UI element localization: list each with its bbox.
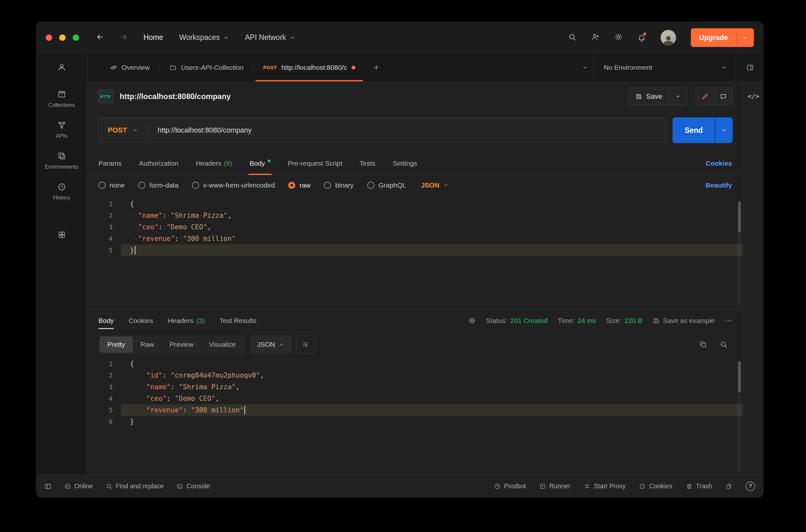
mode-none[interactable]: none — [98, 182, 125, 189]
mode-x-www-form-urlencoded[interactable]: x-www-form-urlencoded — [192, 182, 275, 189]
close-button[interactable] — [46, 34, 52, 41]
request-url-input[interactable]: http://localhost:8080/company — [148, 126, 667, 134]
code-line-3[interactable]: 3 "name": "Shrima Pizza", — [88, 381, 743, 393]
sidebar-item-environments[interactable]: Environments — [45, 152, 78, 170]
send-button[interactable]: Send — [673, 117, 715, 143]
sidebar-item-apis[interactable]: APIs — [56, 121, 68, 139]
view-pretty[interactable]: Pretty — [100, 337, 133, 353]
workspace-user-icon[interactable] — [57, 63, 66, 73]
tab-authorization[interactable]: Authorization — [139, 152, 178, 175]
view-raw[interactable]: Raw — [133, 337, 162, 353]
nav-workspaces[interactable]: Workspaces — [179, 33, 229, 42]
code-text: "id": "cnrmg84o47mu2phuoqv0", — [121, 369, 743, 381]
view-visualize[interactable]: Visualize — [202, 337, 244, 353]
find-and-replace-button[interactable]: Find and replace — [106, 482, 164, 490]
cookies-link[interactable]: Cookies — [706, 159, 732, 167]
nav-api-network[interactable]: API Network — [245, 33, 295, 42]
runner-button[interactable]: Runner — [539, 482, 571, 490]
request-body-editor[interactable]: 1{2··"name":·"Shrima·Pizza",3··"ceo":·"D… — [88, 198, 743, 309]
save-button[interactable]: Save — [629, 88, 669, 105]
upgrade-button[interactable]: Upgrade — [691, 28, 754, 47]
tab-collection[interactable]: Users-API-Collection — [160, 54, 253, 81]
minimize-button[interactable] — [59, 34, 65, 41]
configure-sidebar-icon[interactable] — [58, 231, 66, 240]
tab-headers[interactable]: Headers (9) — [196, 152, 232, 175]
invite-user-icon[interactable] — [591, 33, 599, 42]
code-line-5[interactable]: 5} — [88, 244, 743, 256]
line-number: 3 — [88, 224, 121, 231]
toggle-sidebar-icon[interactable] — [44, 483, 52, 490]
nav-home[interactable]: Home — [143, 33, 163, 42]
postbot-button[interactable]: Postbot — [494, 482, 526, 490]
mode-binary[interactable]: binary — [324, 182, 353, 189]
save-as-example-button[interactable]: Save as example — [653, 317, 715, 325]
response-body-editor[interactable]: 1{2 "id": "cnrmg84o47mu2phuoqv0",3 "name… — [88, 358, 743, 474]
start-proxy-button[interactable]: Start Proxy — [584, 482, 626, 490]
environment-quick-look-icon[interactable] — [736, 54, 764, 81]
code-line-2[interactable]: 2··"name":·"Shrima·Pizza", — [88, 210, 743, 221]
console-button[interactable]: Console — [177, 482, 210, 490]
request-editor-scrollbar[interactable] — [737, 201, 741, 306]
radio-icon — [324, 182, 331, 189]
search-response-icon[interactable] — [720, 341, 728, 348]
code-line-4[interactable]: 4 "ceo": "Demo CEO", — [88, 393, 743, 404]
code-line-1[interactable]: 1{ — [88, 198, 743, 210]
tab-request-active[interactable]: POST http://localhost:8080/c — [253, 54, 365, 81]
globe-icon[interactable] — [468, 317, 476, 324]
response-tab-body[interactable]: Body — [98, 309, 114, 332]
response-editor-scrollbar[interactable] — [737, 361, 741, 472]
upgrade-chevron[interactable] — [736, 28, 754, 47]
back-arrow-icon[interactable] — [96, 33, 104, 42]
save-options-chevron[interactable] — [669, 88, 687, 105]
environment-selector[interactable]: No Environment — [594, 54, 736, 81]
zoom-button[interactable] — [73, 34, 79, 41]
cookies-label: Cookies — [649, 482, 672, 490]
tab-tests[interactable]: Tests — [360, 152, 375, 175]
response-tab-headers[interactable]: Headers (3) — [168, 309, 205, 332]
forward-arrow-icon[interactable] — [120, 33, 128, 42]
code-line-3[interactable]: 3··"ceo":·"Demo·CEO", — [88, 221, 743, 233]
response-format-dropdown[interactable]: JSON — [250, 335, 291, 354]
scrollbar-thumb[interactable] — [738, 362, 741, 393]
online-status[interactable]: Online — [64, 482, 93, 490]
tab-pre-request-script[interactable]: Pre-request Script — [288, 152, 342, 175]
scrollbar-thumb[interactable] — [738, 202, 741, 232]
code-line-6[interactable]: 6} — [88, 416, 743, 428]
comment-icon[interactable] — [714, 88, 732, 105]
body-format-dropdown[interactable]: JSON — [421, 182, 448, 189]
more-options-icon[interactable] — [725, 317, 732, 324]
mode-graphql[interactable]: GraphQL — [367, 182, 406, 189]
code-line-2[interactable]: 2 "id": "cnrmg84o47mu2phuoqv0", — [88, 369, 743, 381]
avatar[interactable] — [660, 30, 676, 45]
mode-raw[interactable]: raw — [288, 182, 310, 189]
search-icon[interactable] — [568, 33, 576, 42]
sidebar-item-history[interactable]: History — [53, 183, 70, 201]
response-tab-test-results[interactable]: Test Results — [220, 309, 256, 332]
tab-overview[interactable]: Overview — [100, 54, 159, 81]
open-new-window-icon[interactable] — [726, 483, 732, 490]
beautify-link[interactable]: Beautify — [705, 182, 732, 189]
tab-list-chevron[interactable] — [576, 54, 594, 81]
wrap-lines-button[interactable] — [296, 335, 315, 354]
code-line-4[interactable]: 4··"revenue":·"300·million" — [88, 233, 743, 244]
code-line-1[interactable]: 1{ — [88, 358, 743, 369]
settings-gear-icon[interactable] — [614, 33, 623, 42]
response-tab-cookies[interactable]: Cookies — [129, 309, 153, 332]
tab-settings[interactable]: Settings — [393, 152, 417, 175]
cookies-button[interactable]: Cookies — [639, 482, 672, 490]
code-line-5[interactable]: 5 "revenue": "300 million" — [88, 404, 743, 416]
new-tab-button[interactable] — [365, 54, 387, 81]
method-dropdown[interactable]: POST — [98, 126, 148, 134]
sidebar-item-collections[interactable]: Collections — [48, 90, 75, 108]
edit-pencil-icon[interactable] — [696, 88, 714, 105]
send-options-chevron[interactable] — [715, 117, 733, 143]
view-preview[interactable]: Preview — [162, 337, 202, 353]
trash-button[interactable]: Trash — [686, 482, 712, 490]
notifications-bell-icon[interactable] — [637, 34, 646, 42]
code-snippet-icon[interactable]: </> — [747, 92, 759, 100]
copy-icon[interactable] — [699, 341, 707, 348]
tab-body[interactable]: Body — [250, 152, 270, 175]
help-button[interactable]: ? — [746, 481, 755, 491]
mode-form-data[interactable]: form-data — [138, 182, 178, 189]
tab-params[interactable]: Params — [98, 152, 121, 175]
